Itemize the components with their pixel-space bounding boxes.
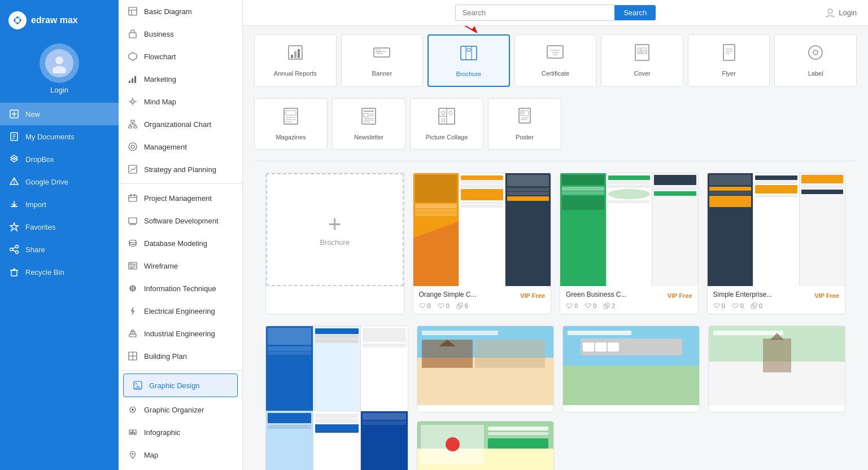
svg-rect-55: [129, 218, 137, 223]
blue-brochure-card[interactable]: [265, 326, 408, 470]
menu-item-org-chart[interactable]: Organizational Chart: [119, 113, 242, 135]
orange-card-footer: Orange Simple C... VIP Free 0 0: [413, 286, 551, 314]
svg-point-57: [129, 240, 136, 243]
new-template-card[interactable]: + Brochure: [265, 173, 404, 314]
type-banner[interactable]: Banner: [341, 34, 424, 87]
annual-reports-icon: [260, 43, 330, 65]
menu-item-marketing[interactable]: Marketing: [119, 68, 242, 90]
avatar-icon: [45, 49, 73, 77]
sidebar-item-share[interactable]: Share: [0, 238, 119, 261]
svg-line-49: [132, 169, 134, 170]
sidebar-item-favorites[interactable]: Favorites: [0, 216, 119, 238]
type-brochure[interactable]: Brochure: [428, 34, 510, 87]
svg-point-110: [813, 50, 818, 55]
menu-item-info-technique[interactable]: Information Technique: [119, 277, 242, 300]
template-card-dark[interactable]: Simple Enterprise... VIP Free 0 0: [707, 173, 846, 314]
menu-item-database[interactable]: Database Modeling: [119, 232, 242, 254]
svg-point-17: [16, 245, 19, 248]
menu-item-basic-diagram[interactable]: Basic Diagram: [119, 0, 242, 23]
sidebar: edraw max Login New My Documents: [0, 0, 119, 470]
svg-point-45: [131, 145, 134, 148]
svg-rect-98: [547, 46, 563, 58]
topbar-login[interactable]: Login: [825, 7, 857, 19]
sidebar-item-my-documents[interactable]: My Documents: [0, 125, 119, 148]
electrical-icon: [127, 305, 138, 317]
menu-item-building-plan[interactable]: Building Plan: [119, 345, 242, 367]
mosque-preview: [417, 326, 553, 405]
svg-point-0: [15, 18, 20, 23]
svg-rect-22: [11, 270, 17, 276]
svg-point-1: [55, 56, 63, 64]
middle-menu: Basic Diagram Business Flowchart Marketi…: [119, 0, 243, 470]
green-card-stats: 0 0 2: [566, 302, 692, 309]
template-card-orange[interactable]: Orange Simple C... VIP Free 0 0: [413, 173, 552, 314]
templates-grid: + Brochure: [254, 173, 857, 326]
type-newsletter[interactable]: Newsletter: [332, 98, 405, 150]
svg-rect-80: [132, 431, 133, 434]
menu-item-software-dev[interactable]: Software Development: [119, 209, 242, 232]
type-picture-collage[interactable]: Picture Collage: [410, 98, 483, 150]
sidebar-item-dropbox[interactable]: DropBox: [0, 148, 119, 170]
menu-item-flowchart[interactable]: Flowchart: [119, 45, 242, 68]
svg-point-77: [132, 408, 134, 411]
svg-point-18: [10, 248, 13, 251]
management-icon: [127, 141, 138, 152]
menu-item-infographic[interactable]: Infographic: [119, 421, 242, 443]
menu-item-management[interactable]: Management: [119, 135, 242, 158]
type-flyer[interactable]: Flyer: [688, 34, 770, 87]
copy-icon: [456, 302, 463, 309]
menu-item-strategy[interactable]: Strategy and Planning: [119, 158, 242, 181]
type-cover[interactable]: Cover: [601, 34, 683, 87]
menu-item-project-management[interactable]: Project Management: [119, 187, 242, 209]
sidebar-item-import[interactable]: Import: [0, 193, 119, 216]
church-card[interactable]: [708, 326, 845, 412]
menu-item-electrical-eng[interactable]: Electrical Engineering: [119, 300, 242, 322]
fruit-preview: [417, 421, 553, 471]
menu-item-mind-map[interactable]: Mind Map: [119, 90, 242, 113]
svg-rect-105: [723, 45, 735, 60]
search-button[interactable]: Search: [614, 5, 656, 20]
fruit-card[interactable]: [417, 421, 554, 471]
menu-item-graphic-organizer[interactable]: Graphic Organizer: [119, 398, 242, 421]
sidebar-item-new[interactable]: New: [0, 103, 119, 125]
like-icon-2: [566, 302, 573, 309]
type-magazines[interactable]: Magazines: [254, 98, 328, 150]
menu-divider-2: [119, 370, 242, 371]
industrial-icon: [127, 328, 138, 339]
type-label[interactable]: Label: [774, 34, 857, 87]
newsletter-icon: [338, 107, 399, 129]
brochure-icon: [434, 44, 503, 66]
main-content: Search Login Annual Reports: [243, 0, 868, 470]
type-poster[interactable]: Poster: [488, 98, 561, 150]
banner-icon: [347, 43, 417, 65]
map-icon: [127, 449, 138, 460]
search-input[interactable]: [455, 5, 614, 21]
menu-item-graphic-design[interactable]: Graphic Design: [123, 374, 238, 397]
svg-rect-118: [364, 113, 368, 117]
menu-item-wireframe[interactable]: Wireframe: [119, 254, 242, 277]
svg-rect-112: [286, 111, 296, 115]
menu-item-map[interactable]: Map: [119, 443, 242, 466]
strategy-icon: [127, 164, 138, 175]
favorites-icon: [8, 221, 20, 232]
sidebar-item-google-drive[interactable]: Google Drive: [0, 170, 119, 193]
train-card[interactable]: [562, 326, 700, 412]
info-tech-icon: [127, 283, 138, 294]
like-stat: 0: [419, 302, 431, 309]
svg-rect-30: [129, 81, 130, 83]
svg-rect-97: [467, 49, 470, 51]
menu-item-business[interactable]: Business: [119, 23, 242, 45]
sidebar-login-text[interactable]: Login: [50, 86, 68, 94]
svg-rect-31: [132, 78, 133, 83]
type-annual-reports[interactable]: Annual Reports: [254, 34, 337, 87]
heart-stat: 0: [438, 302, 450, 309]
mosque-card[interactable]: [417, 326, 554, 412]
template-card-green[interactable]: Green Business C... VIP Free 0 0: [560, 173, 699, 314]
svg-rect-67: [129, 334, 136, 337]
type-certificate[interactable]: Certificate: [514, 34, 597, 87]
new-template-preview: + Brochure: [266, 173, 404, 286]
heart-icon: [438, 302, 444, 309]
search-container: Search: [455, 5, 656, 21]
menu-item-industrial-eng[interactable]: Industrial Engineering: [119, 322, 242, 345]
sidebar-item-recycle-bin[interactable]: Recycle Bin: [0, 261, 119, 283]
